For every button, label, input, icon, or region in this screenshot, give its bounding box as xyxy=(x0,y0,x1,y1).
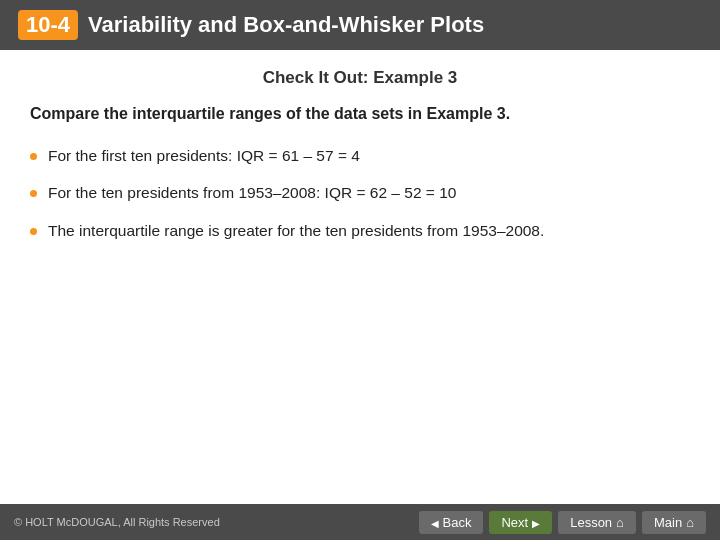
bullet-item-2: For the ten presidents from 1953–2008: I… xyxy=(30,181,690,204)
bullet-item-1: For the first ten presidents: IQR = 61 –… xyxy=(30,144,690,167)
nav-buttons: Back Next Lesson Main xyxy=(419,511,706,534)
next-button[interactable]: Next xyxy=(489,511,552,534)
main-button[interactable]: Main xyxy=(642,511,706,534)
next-arrow-icon xyxy=(532,515,540,530)
example-title: Check It Out: Example 3 xyxy=(30,68,690,88)
next-label: Next xyxy=(501,515,528,530)
main-label: Main xyxy=(654,515,682,530)
lesson-home-icon xyxy=(616,515,624,530)
page-header: 10-4 Variability and Box-and-Whisker Plo… xyxy=(0,0,720,50)
main-content: Check It Out: Example 3 Compare the inte… xyxy=(0,50,720,266)
footer: © HOLT McDOUGAL, All Rights Reserved Bac… xyxy=(0,504,720,540)
back-button[interactable]: Back xyxy=(419,511,484,534)
copyright-text: © HOLT McDOUGAL, All Rights Reserved xyxy=(14,516,220,528)
lesson-button[interactable]: Lesson xyxy=(558,511,636,534)
main-instruction: Compare the interquartile ranges of the … xyxy=(30,102,690,126)
back-label: Back xyxy=(443,515,472,530)
back-arrow-icon xyxy=(431,515,439,530)
bullet-item-3: The interquartile range is greater for t… xyxy=(30,219,690,242)
page-title: Variability and Box-and-Whisker Plots xyxy=(88,12,484,38)
lesson-badge: 10-4 xyxy=(18,10,78,40)
main-home-icon xyxy=(686,515,694,530)
lesson-label: Lesson xyxy=(570,515,612,530)
